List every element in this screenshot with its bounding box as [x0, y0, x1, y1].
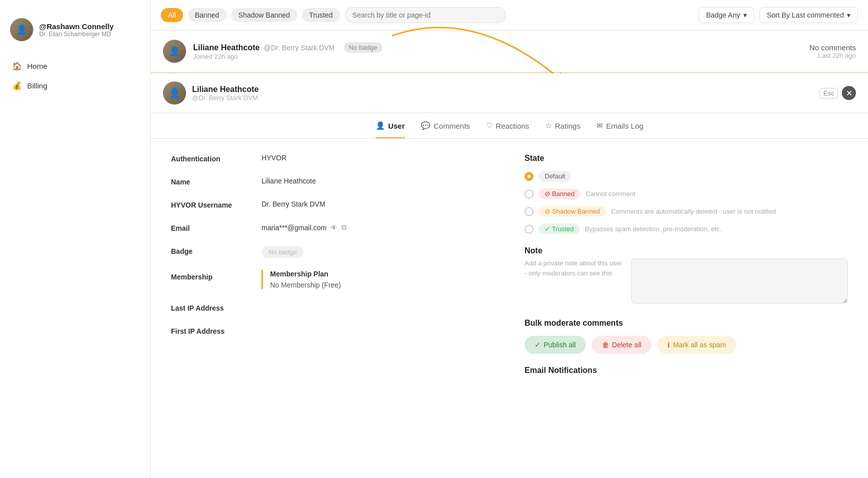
eye-icon[interactable]: 👁 — [330, 224, 337, 232]
badge-banned: ⊘ Banned — [539, 188, 580, 199]
bulk-buttons: ✓ Publish all 🗑 Delete all ℹ Mark all as — [525, 336, 848, 354]
sidebar-item-home[interactable]: 🏠 Home — [0, 56, 150, 76]
badge-filter[interactable]: Badge Any ▾ — [699, 7, 754, 23]
radio-default[interactable] — [525, 172, 534, 181]
right-column: State Default ⊘ Banned — [525, 154, 848, 375]
filter-trusted[interactable]: Trusted — [302, 8, 340, 22]
note-description: Add a private note about this user - onl… — [525, 258, 625, 278]
email-row: maria***@gmail.com 👁 ⧉ — [262, 223, 494, 232]
username-label: HYVOR Username — [171, 200, 262, 209]
left-column: Authentication HYVOR Name Liliane Heathc… — [171, 154, 494, 375]
tab-emails-label: Emails Log — [606, 122, 643, 130]
badge-trusted: ✓ Trusted — [539, 224, 580, 234]
close-button[interactable]: ✕ — [842, 86, 856, 100]
spam-icon: ℹ — [667, 341, 670, 349]
tab-reactions[interactable]: ♡ Reactions — [486, 121, 530, 138]
badge-default: Default — [539, 171, 571, 181]
auth-value: HYVOR — [262, 154, 494, 162]
field-email: Email maria***@gmail.com 👁 ⧉ — [171, 223, 494, 232]
topbar: All Banned Shadow Banned Trusted Badge A… — [151, 0, 868, 31]
sort-chevron-icon: ▾ — [847, 11, 850, 19]
spam-label: Mark all as spam — [673, 341, 726, 349]
user-list-info: Liliane Heathcote @Dr. Berry Stark DVM N… — [193, 42, 382, 60]
sidebar-item-billing[interactable]: 💰 Billing — [0, 76, 150, 95]
state-title: State — [525, 154, 848, 163]
filter-all[interactable]: All — [161, 8, 183, 22]
last-ip-label: Last IP Address — [171, 303, 262, 312]
radio-trusted[interactable] — [525, 225, 534, 234]
user-last-time: Last 22h ago — [809, 52, 856, 59]
publish-label: Publish all — [544, 341, 576, 349]
tab-comments[interactable]: 💬 Comments — [421, 121, 470, 138]
radio-banned[interactable] — [525, 189, 534, 199]
note-textarea[interactable] — [631, 258, 848, 304]
trusted-icon: ✓ — [545, 225, 550, 233]
note-title: Note — [525, 246, 848, 255]
state-option-shadow-banned[interactable]: ⊘ Shadow Banned Comments are automatical… — [525, 206, 848, 217]
mark-spam-button[interactable]: ℹ Mark all as spam — [657, 336, 736, 354]
user-comment-count: No comments — [809, 43, 856, 52]
detail-panel: 👤 Liliane Heathcote @Dr. Berry Stark DVM… — [151, 72, 868, 478]
reactions-tab-icon: ♡ — [486, 121, 493, 130]
sidebar-user-subtitle: Dr. Elian Schamberger MD — [39, 31, 114, 38]
badge-empty-tag: No badge — [262, 246, 304, 258]
page-wrapper: 👤 @Rashawn Connelly Dr. Elian Schamberge… — [0, 0, 868, 478]
user-list-item[interactable]: 👤 Liliane Heathcote @Dr. Berry Stark DVM… — [151, 31, 868, 72]
user-list-handle: @Dr. Berry Stark DVM — [264, 44, 334, 52]
email-text: maria***@gmail.com — [262, 224, 326, 232]
bulk-moderate-section: Bulk moderate comments ✓ Publish all 🗑 D… — [525, 319, 848, 354]
field-last-ip: Last IP Address — [171, 303, 494, 312]
detail-handle: @Dr. Berry Stark DVM — [192, 94, 258, 102]
tab-user-label: User — [388, 122, 405, 130]
esc-key-label: Esc — [820, 88, 838, 99]
publish-icon: ✓ — [535, 341, 541, 349]
tab-user[interactable]: 👤 User — [376, 121, 405, 138]
username-value: Dr. Berry Stark DVM — [262, 200, 494, 208]
auth-label: Authentication — [171, 154, 262, 163]
tab-ratings[interactable]: ☆ Ratings — [545, 121, 580, 138]
emails-tab-icon: ✉ — [596, 121, 603, 130]
sidebar: 👤 @Rashawn Connelly Dr. Elian Schamberge… — [0, 0, 151, 478]
user-tab-icon: 👤 — [376, 121, 385, 130]
state-option-default[interactable]: Default — [525, 171, 848, 181]
field-username: HYVOR Username Dr. Berry Stark DVM — [171, 200, 494, 209]
note-section: Note Add a private note about this user … — [525, 246, 848, 304]
delete-all-button[interactable]: 🗑 Delete all — [592, 336, 651, 354]
state-option-trusted[interactable]: ✓ Trusted Bypasses spam detection, pre-m… — [525, 224, 848, 234]
filter-banned[interactable]: Banned — [188, 8, 226, 22]
tab-reactions-label: Reactions — [496, 122, 530, 130]
filter-shadow-banned[interactable]: Shadow Banned — [231, 8, 297, 22]
publish-all-button[interactable]: ✓ Publish all — [525, 336, 586, 354]
sidebar-user: 👤 @Rashawn Connelly Dr. Elian Schamberge… — [0, 10, 150, 51]
bulk-title: Bulk moderate comments — [525, 319, 848, 328]
delete-label: Delete all — [612, 341, 641, 349]
detail-header: 👤 Liliane Heathcote @Dr. Berry Stark DVM… — [151, 73, 868, 113]
chevron-down-icon: ▾ — [743, 11, 747, 19]
email-label: Email — [171, 223, 262, 232]
shadow-banned-icon: ⊘ — [545, 208, 550, 215]
sidebar-nav: 🏠 Home 💰 Billing — [0, 51, 150, 101]
user-list-meta: No comments Last 22h ago — [809, 43, 856, 59]
name-value: Liliane Heathcote — [262, 177, 494, 185]
search-input[interactable] — [345, 7, 506, 23]
home-icon: 🏠 — [12, 61, 22, 71]
sort-filter[interactable]: Sort By Last commented ▾ — [759, 7, 858, 23]
state-option-banned[interactable]: ⊘ Banned Cannot comment — [525, 188, 848, 199]
membership-plan-label: Membership Plan — [270, 270, 494, 278]
avatar-inner: 👤 — [10, 18, 33, 41]
tabs: 👤 User 💬 Comments ♡ Reactions ☆ Ratings — [151, 113, 868, 139]
sidebar-home-label: Home — [27, 62, 47, 70]
first-ip-label: First IP Address — [171, 326, 262, 335]
name-label: Name — [171, 177, 262, 186]
field-authentication: Authentication HYVOR — [171, 154, 494, 163]
badge-label: Badge — [171, 246, 262, 255]
radio-shadow-banned[interactable] — [525, 207, 534, 216]
tab-emails-log[interactable]: ✉ Emails Log — [596, 121, 643, 138]
main-content: All Banned Shadow Banned Trusted Badge A… — [151, 0, 868, 478]
badge-shadow-banned: ⊘ Shadow Banned — [539, 206, 606, 217]
sidebar-user-info: @Rashawn Connelly Dr. Elian Schamberger … — [39, 22, 114, 38]
copy-icon[interactable]: ⧉ — [341, 223, 346, 232]
detail-avatar: 👤 — [163, 81, 186, 105]
trusted-desc: Bypasses spam detection, pre-moderation,… — [585, 225, 722, 233]
layout: 👤 @Rashawn Connelly Dr. Elian Schamberge… — [0, 0, 868, 478]
